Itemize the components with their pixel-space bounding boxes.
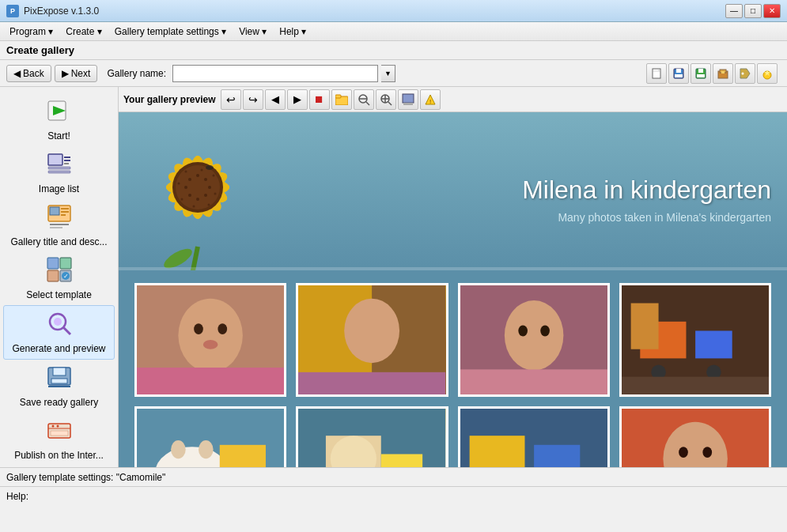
svg-rect-25 <box>50 207 59 215</box>
sidebar-item-save[interactable]: Save ready gallery <box>3 360 115 413</box>
preview-toolbar: Your gallery preview ↩ ↪ ◀ ▶ ⏹ ! <box>119 87 787 112</box>
svg-point-84 <box>208 186 211 189</box>
svg-rect-5 <box>675 74 683 77</box>
main-area: Start! Image list Gallery title and desc… <box>0 87 787 467</box>
sidebar-item-gallery-title[interactable]: Gallery title and desc... <box>3 199 115 252</box>
next-button[interactable]: ▶ Next <box>55 65 98 82</box>
photo-inner-7 <box>460 409 607 467</box>
svg-point-81 <box>176 165 220 209</box>
zoom-in-icon[interactable] <box>376 89 396 110</box>
gallery-name-dropdown[interactable]: ▼ <box>381 65 395 82</box>
minimize-button[interactable]: — <box>725 4 743 18</box>
svg-point-114 <box>540 325 550 336</box>
svg-text:!: ! <box>429 98 431 105</box>
svg-point-47 <box>56 425 59 428</box>
svg-point-92 <box>214 193 217 195</box>
back-arrow-icon: ◀ <box>13 68 21 79</box>
redo-icon[interactable]: ↪ <box>243 89 263 110</box>
photo-item-7[interactable]: Milena is playing at the kindergarten <box>458 406 610 467</box>
saveas-icon[interactable] <box>691 63 711 84</box>
preview-content[interactable]: Milena in kindergarten Many photos taken… <box>119 112 787 467</box>
gallery-title-area: Milena in kindergarten Many photos taken… <box>293 160 787 224</box>
medal-icon[interactable] <box>757 63 778 84</box>
svg-point-96 <box>178 183 180 185</box>
menu-view[interactable]: View ▾ <box>233 25 273 39</box>
svg-point-83 <box>204 178 207 181</box>
gallery-name-input[interactable] <box>172 65 378 82</box>
zoom-out-icon[interactable] <box>354 89 374 110</box>
undo-icon[interactable]: ↩ <box>221 89 241 110</box>
sunflower-area <box>119 112 293 270</box>
back-button[interactable]: ◀ Back <box>6 65 51 82</box>
photo-item-2[interactable] <box>296 283 448 397</box>
sidebar-item-select-template[interactable]: ✓ Select template <box>3 252 115 305</box>
menu-create[interactable]: Create ▾ <box>59 25 108 39</box>
sidebar-item-image-list[interactable]: Image list <box>3 146 115 199</box>
svg-rect-105 <box>137 368 284 394</box>
sidebar-item-publish[interactable]: Publish on the Inter... <box>3 413 115 466</box>
menu-help[interactable]: Help ▾ <box>273 25 312 39</box>
photo-item-3[interactable] <box>458 283 610 397</box>
svg-point-101 <box>178 299 242 372</box>
photo-item-8[interactable] <box>619 406 771 467</box>
info-icon[interactable]: ! <box>420 89 441 110</box>
status-text: Gallery template settings: "Camomile" <box>6 472 165 483</box>
status-bar: Gallery template settings: "Camomile" <box>0 467 787 486</box>
create-gallery-bar: Create gallery <box>0 41 787 60</box>
photo-thumb-4[interactable] <box>619 283 771 397</box>
preview-area: Your gallery preview ↩ ↪ ◀ ▶ ⏹ ! <box>119 87 787 467</box>
photo-item-1[interactable] <box>134 283 286 397</box>
fullscreen-icon[interactable] <box>398 89 418 110</box>
svg-rect-139 <box>534 445 580 467</box>
svg-rect-4 <box>676 69 681 73</box>
photo-item-6[interactable] <box>296 406 448 467</box>
sidebar-item-generate[interactable]: Generate and preview <box>3 305 115 360</box>
prev-page-icon[interactable]: ◀ <box>265 89 286 110</box>
photo-thumb-3[interactable] <box>458 283 610 397</box>
icon-toolbar <box>646 63 781 84</box>
photo-inner-4 <box>622 285 769 394</box>
maximize-button[interactable]: □ <box>744 4 762 18</box>
svg-rect-18 <box>48 154 62 165</box>
sidebar-label-start: Start! <box>47 130 70 141</box>
help-label: Help: <box>6 491 28 502</box>
svg-point-39 <box>54 318 62 326</box>
menubar: Program ▾ Create ▾ Gallery template sett… <box>0 22 787 41</box>
svg-rect-41 <box>53 368 66 375</box>
svg-rect-7 <box>698 69 703 73</box>
package-icon[interactable] <box>713 63 733 84</box>
sidebar-item-start[interactable]: Start! <box>3 93 115 146</box>
svg-rect-42 <box>51 379 67 383</box>
svg-point-112 <box>504 300 563 370</box>
menu-gallery-template[interactable]: Gallery template settings ▾ <box>108 25 233 39</box>
gallery-title-icon <box>47 204 72 235</box>
gallery-preview: Milena in kindergarten Many photos taken… <box>119 112 787 467</box>
photo-thumb-2[interactable] <box>296 283 448 397</box>
tag-icon[interactable] <box>735 63 755 84</box>
photo-item-5[interactable] <box>134 406 286 467</box>
photo-thumb-6[interactable] <box>296 406 448 467</box>
select-template-icon: ✓ <box>47 257 72 288</box>
svg-rect-121 <box>622 377 769 395</box>
save-icon[interactable] <box>668 63 689 84</box>
photo-inner-1 <box>137 285 284 394</box>
photo-thumb-8[interactable] <box>619 406 771 467</box>
svg-point-103 <box>218 323 227 334</box>
svg-point-127 <box>199 440 214 458</box>
stop-icon[interactable]: ⏹ <box>309 89 330 110</box>
svg-rect-58 <box>403 94 414 103</box>
photo-item-4[interactable] <box>619 283 771 397</box>
photo-thumb-1[interactable] <box>134 283 286 397</box>
menu-program[interactable]: Program ▾ <box>3 25 59 39</box>
open-folder-icon[interactable] <box>331 89 352 110</box>
svg-point-88 <box>184 186 187 189</box>
close-button[interactable]: ✕ <box>763 4 781 18</box>
photo-thumb-5[interactable] <box>134 406 286 467</box>
svg-point-82 <box>196 174 199 177</box>
svg-line-57 <box>388 102 392 105</box>
photo-thumb-7[interactable] <box>458 406 610 467</box>
photo-inner-5 <box>137 409 284 467</box>
next-page-icon[interactable]: ▶ <box>287 89 308 110</box>
svg-rect-22 <box>48 167 70 169</box>
new-icon[interactable] <box>646 63 667 84</box>
